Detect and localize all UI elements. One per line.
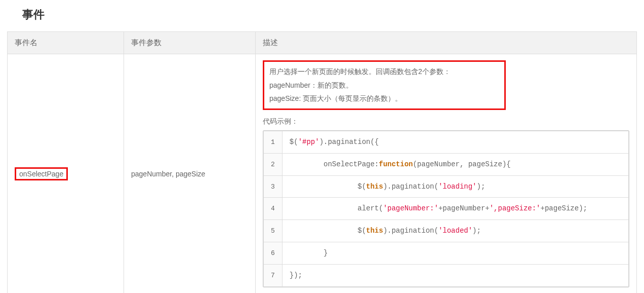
code-line: }	[282, 242, 628, 265]
code-lineno: 2	[264, 153, 283, 175]
header-event-name: 事件名	[8, 32, 124, 54]
event-desc-cell: 用户选择一个新页面的时候触发。回调函数包含2个参数：pageNumber：新的页…	[256, 54, 637, 294]
code-line: onSelectPage:function(pageNumber, pageSi…	[282, 153, 628, 175]
event-name-highlight: onSelectPage	[15, 167, 68, 180]
code-line: $('#pp').pagination({	[282, 131, 628, 153]
code-line: $(this).pagination('loading');	[282, 175, 628, 198]
events-table: 事件名 事件参数 描述 onSelectPagepageNumber, page…	[7, 31, 637, 293]
code-line: alert('pageNumber:'+pageNumber+',pageSiz…	[282, 198, 628, 220]
code-line: $(this).pagination('loaded');	[282, 220, 628, 242]
code-line: });	[282, 265, 628, 287]
section-title: 事件	[7, 5, 637, 24]
table-row: onSelectPagepageNumber, pageSize用户选择一个新页…	[8, 54, 637, 294]
event-desc-line: pageNumber：新的页数。	[269, 81, 353, 89]
code-lineno: 4	[264, 198, 283, 220]
event-params-cell: pageNumber, pageSize	[124, 54, 256, 294]
code-lineno: 6	[264, 242, 283, 265]
event-desc-line: pageSize: 页面大小（每页显示的条数）。	[269, 94, 402, 102]
header-event-desc: 描述	[256, 32, 637, 54]
code-lineno: 7	[264, 265, 283, 287]
code-block: 1$('#pp').pagination({2 onSelectPage:fun…	[263, 130, 629, 287]
event-desc-highlight: 用户选择一个新页面的时候触发。回调函数包含2个参数：pageNumber：新的页…	[263, 60, 506, 110]
code-lineno: 3	[264, 175, 283, 198]
code-lineno: 5	[264, 220, 283, 242]
code-lineno: 1	[264, 131, 283, 153]
table-header-row: 事件名 事件参数 描述	[8, 32, 637, 54]
event-name-cell: onSelectPage	[8, 54, 124, 294]
code-example-label: 代码示例：	[263, 117, 629, 126]
event-desc-line: 用户选择一个新页面的时候触发。回调函数包含2个参数：	[269, 67, 451, 76]
header-event-params: 事件参数	[124, 32, 256, 54]
